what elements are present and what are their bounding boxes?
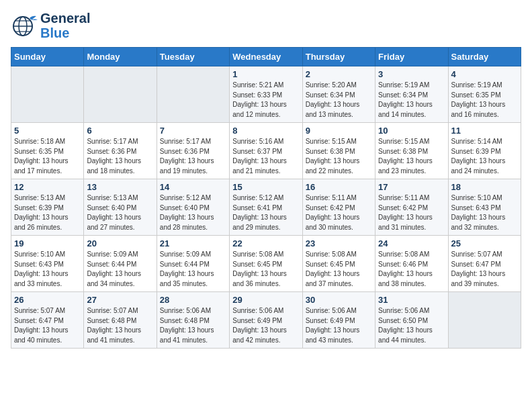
calendar-cell: 20Sunrise: 5:09 AM Sunset: 6:44 PM Dayli… xyxy=(84,236,157,292)
day-number: 5 xyxy=(14,126,81,136)
cell-info: Sunrise: 5:08 AM Sunset: 6:45 PM Dayligh… xyxy=(306,250,372,289)
calendar-cell: 17Sunrise: 5:11 AM Sunset: 6:42 PM Dayli… xyxy=(375,179,448,236)
day-number: 1 xyxy=(232,69,299,79)
cell-info: Sunrise: 5:08 AM Sunset: 6:46 PM Dayligh… xyxy=(378,250,445,289)
day-number: 6 xyxy=(87,126,153,136)
day-number: 3 xyxy=(378,69,445,79)
calendar-cell: 30Sunrise: 5:06 AM Sunset: 6:49 PM Dayli… xyxy=(302,292,375,349)
calendar-cell: 7Sunrise: 5:17 AM Sunset: 6:36 PM Daylig… xyxy=(157,123,229,179)
day-number: 29 xyxy=(232,295,299,305)
weekday-header-row: SundayMondayTuesdayWednesdayThursdayFrid… xyxy=(11,48,521,66)
calendar-cell: 28Sunrise: 5:06 AM Sunset: 6:48 PM Dayli… xyxy=(157,292,229,349)
day-number: 27 xyxy=(87,295,153,305)
cell-info: Sunrise: 5:10 AM Sunset: 6:43 PM Dayligh… xyxy=(451,193,518,232)
calendar-cell xyxy=(84,66,157,123)
weekday-header-tuesday: Tuesday xyxy=(157,48,229,66)
calendar-cell: 15Sunrise: 5:12 AM Sunset: 6:41 PM Dayli… xyxy=(230,179,302,236)
cell-info: Sunrise: 5:13 AM Sunset: 6:39 PM Dayligh… xyxy=(14,193,81,232)
weekday-header-saturday: Saturday xyxy=(448,48,521,66)
cell-info: Sunrise: 5:07 AM Sunset: 6:47 PM Dayligh… xyxy=(451,250,518,289)
cell-info: Sunrise: 5:17 AM Sunset: 6:36 PM Dayligh… xyxy=(87,137,153,176)
cell-info: Sunrise: 5:19 AM Sunset: 6:35 PM Dayligh… xyxy=(451,81,518,120)
day-number: 22 xyxy=(232,238,299,248)
day-number: 16 xyxy=(306,182,372,192)
day-number: 31 xyxy=(378,295,445,305)
cell-info: Sunrise: 5:06 AM Sunset: 6:49 PM Dayligh… xyxy=(306,306,372,345)
day-number: 8 xyxy=(232,126,299,136)
calendar-cell: 3Sunrise: 5:19 AM Sunset: 6:34 PM Daylig… xyxy=(375,66,448,123)
calendar-cell: 10Sunrise: 5:15 AM Sunset: 6:38 PM Dayli… xyxy=(375,123,448,179)
calendar-cell: 8Sunrise: 5:16 AM Sunset: 6:37 PM Daylig… xyxy=(230,123,302,179)
weekday-header-sunday: Sunday xyxy=(11,48,84,66)
cell-info: Sunrise: 5:11 AM Sunset: 6:42 PM Dayligh… xyxy=(306,193,372,232)
calendar-table: SundayMondayTuesdayWednesdayThursdayFrid… xyxy=(11,47,521,349)
calendar-cell: 2Sunrise: 5:20 AM Sunset: 6:34 PM Daylig… xyxy=(302,66,375,123)
cell-info: Sunrise: 5:06 AM Sunset: 6:49 PM Dayligh… xyxy=(232,306,299,345)
calendar-cell: 13Sunrise: 5:13 AM Sunset: 6:40 PM Dayli… xyxy=(84,179,157,236)
cell-info: Sunrise: 5:07 AM Sunset: 6:48 PM Dayligh… xyxy=(87,306,153,345)
weekday-header-monday: Monday xyxy=(84,48,157,66)
day-number: 9 xyxy=(306,126,372,136)
cell-info: Sunrise: 5:12 AM Sunset: 6:41 PM Dayligh… xyxy=(232,193,299,232)
day-number: 19 xyxy=(14,238,81,248)
cell-info: Sunrise: 5:08 AM Sunset: 6:45 PM Dayligh… xyxy=(232,250,299,289)
cell-info: Sunrise: 5:09 AM Sunset: 6:44 PM Dayligh… xyxy=(87,250,153,289)
day-number: 13 xyxy=(87,182,153,192)
day-number: 12 xyxy=(14,182,81,192)
calendar-cell xyxy=(11,66,84,123)
calendar-cell: 9Sunrise: 5:15 AM Sunset: 6:38 PM Daylig… xyxy=(302,123,375,179)
calendar-cell: 6Sunrise: 5:17 AM Sunset: 6:36 PM Daylig… xyxy=(84,123,157,179)
calendar-cell: 22Sunrise: 5:08 AM Sunset: 6:45 PM Dayli… xyxy=(230,236,302,292)
calendar-cell: 25Sunrise: 5:07 AM Sunset: 6:47 PM Dayli… xyxy=(448,236,521,292)
cell-info: Sunrise: 5:10 AM Sunset: 6:43 PM Dayligh… xyxy=(14,250,81,289)
cell-info: Sunrise: 5:09 AM Sunset: 6:44 PM Dayligh… xyxy=(160,250,226,289)
cell-info: Sunrise: 5:18 AM Sunset: 6:35 PM Dayligh… xyxy=(14,137,81,176)
day-number: 14 xyxy=(160,182,226,192)
weekday-header-friday: Friday xyxy=(375,48,448,66)
calendar-week-row: 19Sunrise: 5:10 AM Sunset: 6:43 PM Dayli… xyxy=(11,236,521,292)
cell-info: Sunrise: 5:06 AM Sunset: 6:50 PM Dayligh… xyxy=(378,306,445,345)
cell-info: Sunrise: 5:19 AM Sunset: 6:34 PM Dayligh… xyxy=(378,81,445,120)
page-header: General Blue xyxy=(11,11,521,40)
calendar-week-row: 12Sunrise: 5:13 AM Sunset: 6:39 PM Dayli… xyxy=(11,179,521,236)
day-number: 2 xyxy=(306,69,372,79)
calendar-cell: 11Sunrise: 5:14 AM Sunset: 6:39 PM Dayli… xyxy=(448,123,521,179)
cell-info: Sunrise: 5:16 AM Sunset: 6:37 PM Dayligh… xyxy=(232,137,299,176)
calendar-cell: 27Sunrise: 5:07 AM Sunset: 6:48 PM Dayli… xyxy=(84,292,157,349)
calendar-cell: 16Sunrise: 5:11 AM Sunset: 6:42 PM Dayli… xyxy=(302,179,375,236)
cell-info: Sunrise: 5:17 AM Sunset: 6:36 PM Dayligh… xyxy=(160,137,226,176)
calendar-cell: 12Sunrise: 5:13 AM Sunset: 6:39 PM Dayli… xyxy=(11,179,84,236)
cell-info: Sunrise: 5:14 AM Sunset: 6:39 PM Dayligh… xyxy=(451,137,518,176)
cell-info: Sunrise: 5:15 AM Sunset: 6:38 PM Dayligh… xyxy=(378,137,445,176)
day-number: 10 xyxy=(378,126,445,136)
calendar-cell: 24Sunrise: 5:08 AM Sunset: 6:46 PM Dayli… xyxy=(375,236,448,292)
day-number: 11 xyxy=(451,126,518,136)
calendar-cell: 23Sunrise: 5:08 AM Sunset: 6:45 PM Dayli… xyxy=(302,236,375,292)
cell-info: Sunrise: 5:07 AM Sunset: 6:47 PM Dayligh… xyxy=(14,306,81,345)
calendar-cell xyxy=(448,292,521,349)
calendar-week-row: 1Sunrise: 5:21 AM Sunset: 6:33 PM Daylig… xyxy=(11,66,521,123)
day-number: 26 xyxy=(14,295,81,305)
day-number: 4 xyxy=(451,69,518,79)
calendar-cell: 1Sunrise: 5:21 AM Sunset: 6:33 PM Daylig… xyxy=(230,66,302,123)
calendar-cell: 31Sunrise: 5:06 AM Sunset: 6:50 PM Dayli… xyxy=(375,292,448,349)
calendar-cell: 14Sunrise: 5:12 AM Sunset: 6:40 PM Dayli… xyxy=(157,179,229,236)
calendar-cell xyxy=(157,66,229,123)
day-number: 20 xyxy=(87,238,153,248)
day-number: 15 xyxy=(232,182,299,192)
weekday-header-wednesday: Wednesday xyxy=(230,48,302,66)
calendar-cell: 29Sunrise: 5:06 AM Sunset: 6:49 PM Dayli… xyxy=(230,292,302,349)
cell-info: Sunrise: 5:06 AM Sunset: 6:48 PM Dayligh… xyxy=(160,306,226,345)
calendar-week-row: 26Sunrise: 5:07 AM Sunset: 6:47 PM Dayli… xyxy=(11,292,521,349)
calendar-cell: 21Sunrise: 5:09 AM Sunset: 6:44 PM Dayli… xyxy=(157,236,229,292)
day-number: 17 xyxy=(378,182,445,192)
day-number: 24 xyxy=(378,238,445,248)
cell-info: Sunrise: 5:12 AM Sunset: 6:40 PM Dayligh… xyxy=(160,193,226,232)
calendar-cell: 4Sunrise: 5:19 AM Sunset: 6:35 PM Daylig… xyxy=(448,66,521,123)
calendar-cell: 5Sunrise: 5:18 AM Sunset: 6:35 PM Daylig… xyxy=(11,123,84,179)
day-number: 18 xyxy=(451,182,518,192)
day-number: 30 xyxy=(306,295,372,305)
cell-info: Sunrise: 5:11 AM Sunset: 6:42 PM Dayligh… xyxy=(378,193,445,232)
cell-info: Sunrise: 5:20 AM Sunset: 6:34 PM Dayligh… xyxy=(306,81,372,120)
calendar-cell: 19Sunrise: 5:10 AM Sunset: 6:43 PM Dayli… xyxy=(11,236,84,292)
